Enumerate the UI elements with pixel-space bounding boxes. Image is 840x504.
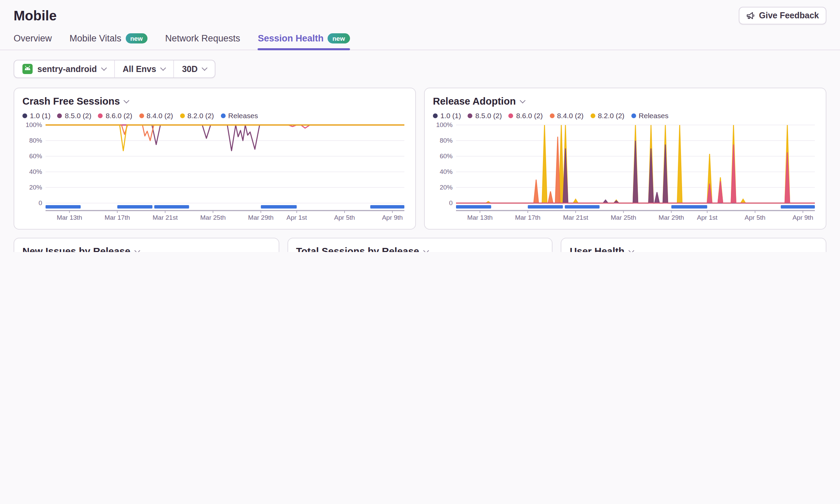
svg-text:Mar 13th: Mar 13th bbox=[57, 214, 82, 221]
svg-text:0: 0 bbox=[449, 199, 453, 206]
svg-text:Mar 17th: Mar 17th bbox=[105, 214, 130, 221]
legend-dot-icon bbox=[631, 113, 636, 118]
megaphone-icon bbox=[746, 11, 755, 20]
svg-text:Mar 25th: Mar 25th bbox=[611, 214, 636, 221]
page-header: Mobile Give Feedback bbox=[0, 0, 840, 24]
svg-text:60%: 60% bbox=[29, 152, 42, 160]
release-adoption-chart[interactable]: 020%40%60%80%100%Mar 13thMar 17thMar 21s… bbox=[433, 122, 818, 225]
legend-item[interactable]: 8.6.0 (2) bbox=[509, 111, 543, 120]
user-health-panel: User Health rate_crashed(user)rate_error… bbox=[561, 238, 826, 252]
new-issues-panel: New Issues by Release io.sentry.samples.… bbox=[14, 238, 279, 252]
chevron-down-icon bbox=[160, 65, 166, 71]
chevron-down-icon bbox=[423, 248, 429, 252]
date-range-select[interactable]: 30D bbox=[173, 60, 215, 77]
give-feedback-label: Give Feedback bbox=[759, 11, 819, 20]
svg-text:Mar 29th: Mar 29th bbox=[659, 214, 684, 221]
legend-item[interactable]: 8.2.0 (2) bbox=[590, 111, 624, 120]
legend-item[interactable]: Releases bbox=[631, 111, 669, 120]
release-adoption-title[interactable]: Release Adoption bbox=[433, 96, 818, 107]
svg-text:100%: 100% bbox=[25, 122, 42, 128]
environment-select[interactable]: All Envs bbox=[114, 60, 173, 77]
legend-dot-icon bbox=[433, 113, 438, 118]
tab-network-requests[interactable]: Network Requests bbox=[165, 33, 240, 50]
chevron-down-icon bbox=[101, 65, 107, 71]
chevron-down-icon bbox=[124, 97, 129, 103]
give-feedback-button[interactable]: Give Feedback bbox=[739, 7, 827, 24]
tab-session-health[interactable]: Session Healthnew bbox=[258, 33, 350, 50]
release-adoption-panel: Release Adoption 1.0 (1)8.5.0 (2)8.6.0 (… bbox=[424, 88, 826, 230]
legend-dot-icon bbox=[180, 113, 185, 118]
project-select-value: sentry-android bbox=[37, 64, 97, 74]
legend-dot-icon bbox=[98, 113, 103, 118]
svg-text:Apr 9th: Apr 9th bbox=[792, 214, 813, 221]
android-project-icon bbox=[22, 64, 33, 74]
new-badge: new bbox=[328, 33, 350, 43]
legend-item[interactable]: 8.4.0 (2) bbox=[549, 111, 583, 120]
legend-item[interactable]: 1.0 (1) bbox=[22, 111, 51, 120]
project-select[interactable]: sentry-android bbox=[14, 60, 114, 77]
total-sessions-title[interactable]: Total Sessions by Release bbox=[296, 246, 544, 252]
page-filter-bar: sentry-android All Envs 30D bbox=[14, 60, 215, 78]
crash-free-sessions-panel: Crash Free Sessions 1.0 (1)8.5.0 (2)8.6.… bbox=[14, 88, 416, 230]
crash-free-sessions-chart[interactable]: 020%40%60%80%100%Mar 13thMar 17thMar 21s… bbox=[22, 122, 407, 225]
svg-text:Mar 21st: Mar 21st bbox=[153, 214, 178, 221]
legend-dot-icon bbox=[468, 113, 473, 118]
legend-item[interactable]: 8.2.0 (2) bbox=[180, 111, 214, 120]
legend-dot-icon bbox=[590, 113, 595, 118]
legend-item[interactable]: 1.0 (1) bbox=[433, 111, 461, 120]
svg-text:Apr 1st: Apr 1st bbox=[697, 214, 718, 221]
crash-free-sessions-legend: 1.0 (1)8.5.0 (2)8.6.0 (2)8.4.0 (2)8.2.0 … bbox=[22, 111, 407, 120]
svg-text:100%: 100% bbox=[436, 122, 453, 128]
new-badge: new bbox=[125, 33, 147, 43]
chevron-down-icon bbox=[134, 248, 140, 252]
svg-text:Mar 17th: Mar 17th bbox=[515, 214, 541, 221]
svg-text:Mar 21st: Mar 21st bbox=[563, 214, 589, 221]
legend-item[interactable]: 8.4.0 (2) bbox=[139, 111, 173, 120]
svg-text:Apr 9th: Apr 9th bbox=[382, 214, 403, 221]
svg-text:Apr 1st: Apr 1st bbox=[286, 214, 307, 221]
new-issues-title[interactable]: New Issues by Release bbox=[22, 246, 270, 252]
svg-text:Mar 25th: Mar 25th bbox=[200, 214, 226, 221]
chevron-down-icon bbox=[520, 97, 525, 103]
svg-text:80%: 80% bbox=[29, 137, 42, 144]
legend-dot-icon bbox=[221, 113, 226, 118]
crash-free-sessions-title[interactable]: Crash Free Sessions bbox=[22, 96, 407, 107]
tab-overview[interactable]: Overview bbox=[14, 33, 52, 50]
svg-text:40%: 40% bbox=[29, 168, 42, 175]
chevron-down-icon bbox=[202, 65, 207, 71]
legend-item[interactable]: Releases bbox=[221, 111, 258, 120]
svg-text:60%: 60% bbox=[440, 152, 453, 160]
total-sessions-panel: Total Sessions by Release 1.0 (1)8.5.0 (… bbox=[287, 238, 553, 252]
svg-text:80%: 80% bbox=[440, 137, 453, 144]
date-range-value: 30D bbox=[182, 64, 198, 74]
legend-item[interactable]: 8.5.0 (2) bbox=[57, 111, 91, 120]
legend-dot-icon bbox=[549, 113, 554, 118]
user-health-title[interactable]: User Health bbox=[570, 246, 818, 252]
legend-dot-icon bbox=[57, 113, 62, 118]
legend-dot-icon bbox=[22, 113, 27, 118]
svg-text:20%: 20% bbox=[440, 184, 453, 191]
svg-text:40%: 40% bbox=[440, 168, 453, 175]
tab-mobile-vitals[interactable]: Mobile Vitalsnew bbox=[70, 33, 148, 50]
svg-text:Apr 5th: Apr 5th bbox=[745, 214, 765, 221]
svg-text:20%: 20% bbox=[29, 184, 42, 191]
legend-dot-icon bbox=[139, 113, 144, 118]
legend-item[interactable]: 8.5.0 (2) bbox=[468, 111, 502, 120]
svg-text:Mar 13th: Mar 13th bbox=[467, 214, 493, 221]
chevron-down-icon bbox=[628, 248, 634, 252]
legend-item[interactable]: 8.6.0 (2) bbox=[98, 111, 132, 120]
svg-text:Apr 5th: Apr 5th bbox=[334, 214, 355, 221]
release-adoption-legend: 1.0 (1)8.5.0 (2)8.6.0 (2)8.4.0 (2)8.2.0 … bbox=[433, 111, 818, 120]
legend-dot-icon bbox=[509, 113, 513, 118]
tab-bar: OverviewMobile VitalsnewNetwork Requests… bbox=[0, 24, 840, 50]
page-title: Mobile bbox=[14, 8, 826, 24]
svg-text:Mar 29th: Mar 29th bbox=[248, 214, 274, 221]
environment-select-value: All Envs bbox=[123, 64, 156, 74]
svg-text:0: 0 bbox=[38, 199, 42, 206]
